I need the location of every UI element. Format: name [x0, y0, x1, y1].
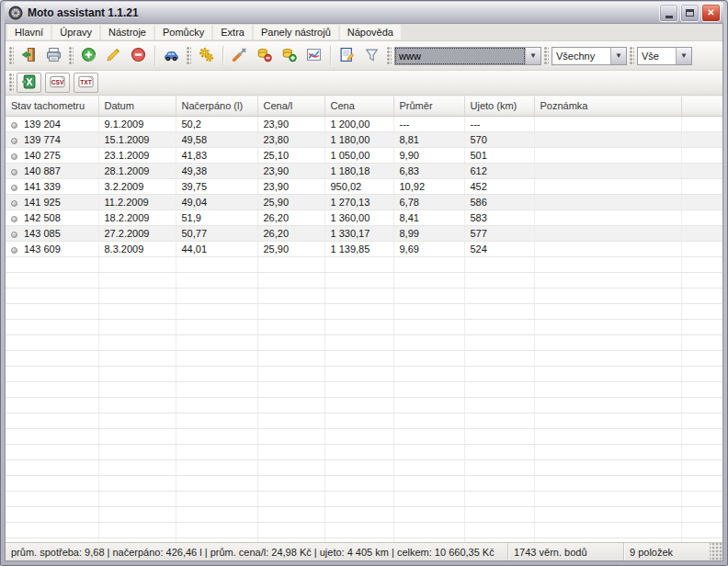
- column-header-filler: [681, 96, 722, 116]
- close-button[interactable]: ✕: [701, 4, 721, 22]
- cell: 8.3.2009: [98, 241, 176, 256]
- empty-table-row: [6, 459, 722, 475]
- toolbar-grip[interactable]: [9, 47, 14, 65]
- edit-record-button[interactable]: [101, 44, 126, 68]
- table-row[interactable]: 139 77415.1.200949,5823,801 180,008,8157…: [6, 131, 722, 147]
- cell: 3.2.2009: [98, 178, 176, 194]
- status-loyalty-points: 1743 věrn. bodů: [508, 543, 624, 560]
- export-txt-button[interactable]: TXT: [74, 73, 98, 93]
- table-row[interactable]: 141 92511.2.200949,0425,901 270,136,7858…: [6, 194, 722, 209]
- chevron-down-icon[interactable]: ▼: [525, 48, 540, 64]
- record-bullet-icon: [11, 122, 17, 129]
- status-summary: prům. spotřeba: 9,68 | načerpáno: 426,46…: [6, 543, 508, 560]
- cell: 18.2.2009: [98, 209, 176, 225]
- table-row[interactable]: 140 88728.1.200949,3823,901 180,186,8361…: [6, 163, 722, 178]
- tools-button[interactable]: [227, 44, 252, 68]
- exit-icon: [21, 47, 37, 64]
- chart-icon: [306, 47, 322, 64]
- settings-button[interactable]: [194, 44, 219, 68]
- table-row[interactable]: 141 3393.2.200939,7523,90950,0210,92452: [6, 178, 722, 194]
- menu-item-3[interactable]: Nástroje: [101, 25, 154, 40]
- cell: 524: [464, 241, 534, 256]
- cell: 25,90: [257, 241, 324, 256]
- record-bullet-icon: [11, 247, 17, 254]
- column-header-7[interactable]: Ujeto (km): [464, 96, 534, 116]
- income-button[interactable]: [277, 44, 301, 68]
- toolbar-grip[interactable]: [9, 74, 14, 92]
- table-row[interactable]: 142 50818.2.200951,926,201 360,008,41583: [6, 209, 722, 225]
- empty-table-row: [6, 413, 722, 428]
- filter-button[interactable]: [359, 44, 384, 68]
- toolbar-grip[interactable]: [187, 47, 191, 65]
- resize-grip[interactable]: [710, 543, 722, 560]
- chart-button[interactable]: [301, 44, 326, 68]
- menu-item-4[interactable]: Pomůcky: [155, 25, 211, 40]
- delete-record-button[interactable]: [126, 44, 151, 68]
- minimize-button[interactable]: [659, 4, 678, 22]
- cell: 39,75: [176, 178, 257, 194]
- cell: 11.2.2009: [98, 194, 176, 209]
- cell: 9.1.2009: [98, 116, 176, 131]
- column-header-6[interactable]: Průměr: [393, 96, 464, 116]
- table-row[interactable]: 140 27523.1.200941,8325,101 050,009,9050…: [6, 147, 722, 163]
- expenses-button[interactable]: [252, 44, 277, 68]
- menu-item-2[interactable]: Úpravy: [52, 25, 99, 40]
- cell: [534, 131, 681, 147]
- cell: 50,2: [176, 116, 257, 131]
- vehicle-button[interactable]: [159, 44, 184, 68]
- toolbar-grip[interactable]: [630, 47, 634, 65]
- menu-item-1[interactable]: Hlavní: [7, 25, 51, 40]
- print-icon: [46, 47, 62, 64]
- print-button[interactable]: [41, 44, 66, 68]
- records-filter-combobox[interactable]: Všechny ▼: [552, 47, 627, 65]
- maximize-button[interactable]: [680, 4, 700, 22]
- chevron-down-icon[interactable]: ▼: [676, 48, 691, 64]
- toolbar-grip[interactable]: [544, 47, 549, 65]
- cell: 1 270,13: [324, 194, 393, 209]
- tools-icon: [232, 47, 247, 64]
- toolbar-separator: [222, 46, 223, 65]
- notes-button[interactable]: [335, 44, 359, 68]
- export-csv-button[interactable]: CSV: [45, 73, 70, 93]
- empty-table-row: [6, 366, 722, 381]
- settings-gears-icon: [199, 47, 214, 64]
- toolbar-grip[interactable]: [69, 47, 74, 65]
- record-bullet-icon: [11, 138, 17, 144]
- cell: 141 925: [6, 194, 98, 209]
- chevron-down-icon[interactable]: ▼: [610, 48, 626, 64]
- export-xls-button[interactable]: [17, 73, 41, 93]
- add-record-button[interactable]: [76, 44, 101, 68]
- export-csv-icon: CSV: [50, 74, 65, 91]
- window-controls: ✕: [659, 4, 721, 22]
- table-row[interactable]: 143 08527.2.200950,7726,201 330,178,9957…: [6, 225, 722, 241]
- column-header-4[interactable]: Cena/l: [257, 96, 324, 116]
- cell: 140 275: [6, 147, 98, 163]
- vehicle-combobox[interactable]: www ▼: [394, 47, 541, 65]
- table-row[interactable]: 139 2049.1.200950,223,901 200,00------: [6, 116, 722, 131]
- cell-filler: [681, 131, 722, 147]
- cell-filler: [681, 194, 722, 209]
- menu-item-5[interactable]: Extra: [213, 25, 252, 40]
- cell: 15.1.2009: [98, 131, 176, 147]
- cell: 6,78: [393, 194, 464, 209]
- toolbar-grip[interactable]: [387, 47, 392, 65]
- cell: [534, 241, 681, 256]
- status-item-count: 9 položek: [624, 543, 710, 560]
- cell-filler: [681, 178, 722, 194]
- cell: 50,77: [176, 225, 257, 241]
- exit-button[interactable]: [17, 44, 41, 68]
- column-header-8[interactable]: Poznámka: [534, 96, 681, 116]
- cell: 140 887: [6, 163, 98, 178]
- period-filter-combobox[interactable]: Vše ▼: [637, 47, 692, 65]
- column-header-1[interactable]: Stav tachometru: [6, 96, 98, 116]
- column-header-3[interactable]: Načerpáno (l): [176, 96, 257, 116]
- menu-item-6[interactable]: Panely nástrojů: [254, 25, 338, 40]
- column-header-2[interactable]: Datum: [98, 96, 176, 116]
- empty-table-row: [6, 288, 722, 303]
- empty-table-row: [6, 319, 722, 334]
- menu-item-7[interactable]: Nápověda: [340, 25, 401, 40]
- filter-funnel-icon: [364, 47, 380, 64]
- status-bar: prům. spotřeba: 9,68 | načerpáno: 426,46…: [6, 542, 722, 560]
- table-row[interactable]: 143 6098.3.200944,0125,901 139,859,69524: [6, 241, 722, 256]
- column-header-5[interactable]: Cena: [324, 96, 393, 116]
